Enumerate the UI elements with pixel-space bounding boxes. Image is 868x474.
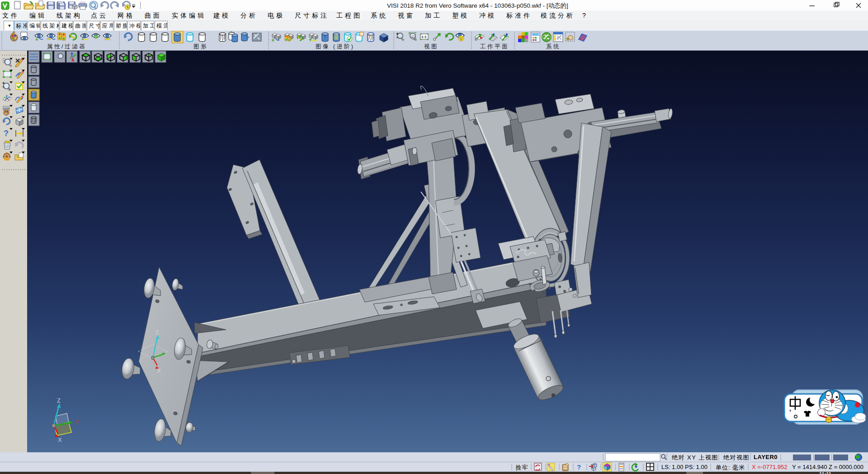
svg-text:Y: Y — [75, 419, 79, 426]
svg-text:Z: Z — [156, 329, 159, 336]
svg-text:X: X — [157, 368, 161, 374]
svg-text:?: ? — [4, 129, 9, 138]
svg-text:Z: Z — [57, 397, 61, 404]
svg-text:X: X — [58, 436, 62, 443]
svg-text:+: + — [35, 37, 38, 42]
svg-text:−: − — [2, 85, 5, 89]
svg-text:1:1: 1:1 — [421, 35, 427, 39]
svg-text:’: ’ — [789, 408, 791, 416]
svg-text:−: − — [396, 35, 398, 40]
svg-text:+: + — [81, 37, 84, 42]
svg-text:?: ? — [577, 463, 581, 471]
svg-text:+: + — [309, 37, 312, 43]
svg-text:+: + — [271, 37, 275, 43]
